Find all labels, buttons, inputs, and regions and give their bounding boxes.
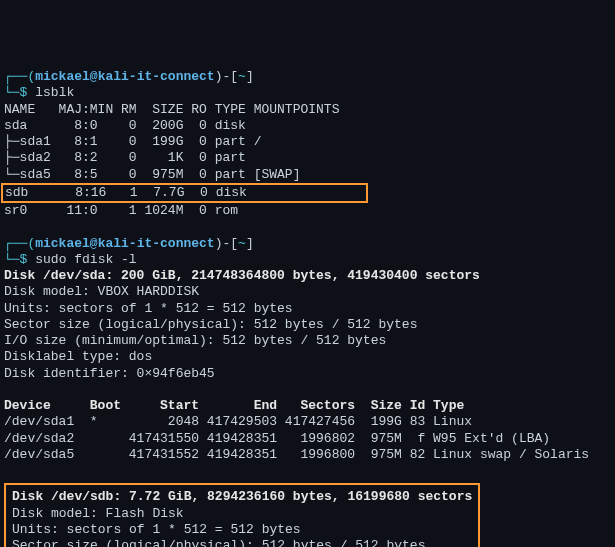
prompt-sep: )-[ xyxy=(215,69,238,84)
prompt-sep: ] xyxy=(246,69,254,84)
lsblk-row: sda 8:0 0 200G 0 disk xyxy=(4,118,246,133)
prompt-bracket: ┌──( xyxy=(4,236,35,251)
partition-header: Device Boot Start End Sectors Size Id Ty… xyxy=(4,398,464,413)
command-fdisk[interactable]: sudo fdisk -l xyxy=(27,252,136,267)
lsblk-row: ├─sda1 8:1 0 199G 0 part / xyxy=(4,134,261,149)
prompt-bracket: ┌──( xyxy=(4,69,35,84)
user-host: mickael@kali-it-connect xyxy=(35,236,214,251)
lsblk-header: NAME MAJ:MIN RM SIZE RO TYPE MOUNTPOINTS xyxy=(4,102,339,117)
partition-row: /dev/sda2 417431550 419428351 1996802 97… xyxy=(4,431,550,446)
lsblk-row: ├─sda2 8:2 0 1K 0 part xyxy=(4,150,246,165)
user-host: mickael@kali-it-connect xyxy=(35,69,214,84)
fdisk-info: Sector size (logical/physical): 512 byte… xyxy=(4,317,417,332)
prompt-path: ~ xyxy=(238,236,246,251)
fdisk-info: I/O size (minimum/optimal): 512 bytes / … xyxy=(4,333,386,348)
fdisk-info: Disk model: VBOX HARDDISK xyxy=(4,284,199,299)
fdisk-info: Units: sectors of 1 * 512 = 512 bytes xyxy=(12,522,425,537)
terminal-output: ┌──(mickael@kali-it-connect)-[~] └─$ lsb… xyxy=(4,69,611,547)
lsblk-row-highlighted-sdb: sdb 8:16 1 7.7G 0 disk xyxy=(1,183,368,203)
partition-row: /dev/sda1 * 2048 417429503 417427456 199… xyxy=(4,414,472,429)
prompt-path: ~ xyxy=(238,69,246,84)
command-lsblk[interactable]: lsblk xyxy=(27,85,74,100)
fdisk-info: Units: sectors of 1 * 512 = 512 bytes xyxy=(4,301,293,316)
fdisk-info: Disk identifier: 0×94f6eb45 xyxy=(4,366,215,381)
prompt-sep: )-[ xyxy=(215,236,238,251)
partition-row: /dev/sda5 417431552 419428351 1996800 97… xyxy=(4,447,589,462)
disk-sdb-highlighted-block: Disk /dev/sdb: 7.72 GiB, 8294236160 byte… xyxy=(4,483,480,547)
lsblk-row: sr0 11:0 1 1024M 0 rom xyxy=(4,203,238,218)
lsblk-row: └─sda5 8:5 0 975M 0 part [SWAP] xyxy=(4,167,300,182)
disk-sdb-header: Disk /dev/sdb: 7.72 GiB, 8294236160 byte… xyxy=(12,489,472,504)
prompt-sep: ] xyxy=(246,236,254,251)
fdisk-info: Disk model: Flash Disk xyxy=(12,506,425,521)
prompt-line2: └─ xyxy=(4,252,20,267)
fdisk-info: Disklabel type: dos xyxy=(4,349,152,364)
fdisk-info: Sector size (logical/physical): 512 byte… xyxy=(12,538,425,547)
prompt-line2: └─ xyxy=(4,85,20,100)
disk-sda-header: Disk /dev/sda: 200 GiB, 214748364800 byt… xyxy=(4,268,480,283)
